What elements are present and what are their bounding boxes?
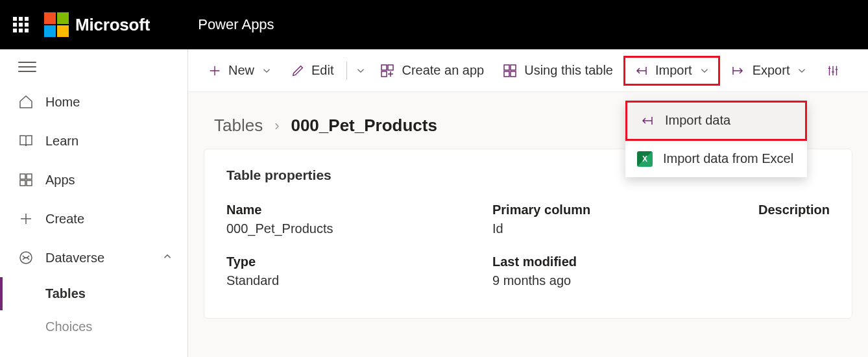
nav-label: Home <box>45 95 80 110</box>
import-excel-item[interactable]: X Import data from Excel <box>625 141 807 177</box>
prop-name-value: 000_Pet_Products <box>226 221 492 236</box>
nav-sub-label: Choices <box>45 319 92 334</box>
edit-split-button[interactable] <box>352 60 369 82</box>
prop-primary-column-label: Primary column <box>492 203 758 217</box>
nav-learn[interactable]: Learn <box>0 121 187 160</box>
command-bar: New Edit Create an app Using this table <box>188 49 868 92</box>
chevron-down-icon <box>796 65 808 77</box>
nav-home[interactable]: Home <box>0 82 187 121</box>
svg-rect-1 <box>27 174 32 179</box>
chevron-down-icon <box>261 65 272 77</box>
svg-rect-0 <box>20 174 25 179</box>
microsoft-logo[interactable]: Microsoft <box>44 12 150 37</box>
dataverse-icon <box>18 250 34 265</box>
menu-item-label: Import data <box>665 113 730 128</box>
breadcrumb-current: 000_Pet_Products <box>291 116 437 136</box>
import-data-item[interactable]: Import data <box>625 101 807 141</box>
nav-label: Apps <box>45 173 75 188</box>
prop-description-label: Description <box>758 203 830 217</box>
cmd-label: New <box>228 63 254 78</box>
nav-sub-label: Tables <box>45 286 86 301</box>
breadcrumb-root[interactable]: Tables <box>214 116 263 136</box>
chevron-up-icon <box>162 251 173 265</box>
book-icon <box>18 133 34 149</box>
nav-apps[interactable]: Apps <box>0 160 187 199</box>
import-menu: Import data X Import data from Excel <box>625 101 807 177</box>
nav-label: Dataverse <box>45 251 104 265</box>
nav-choices[interactable]: Choices <box>0 310 187 343</box>
svg-rect-7 <box>381 71 387 77</box>
export-button[interactable]: Export <box>723 58 816 84</box>
settings-button[interactable] <box>818 58 840 83</box>
svg-rect-11 <box>511 71 516 77</box>
nav-tables[interactable]: Tables <box>0 277 187 310</box>
using-this-table-button[interactable]: Using this table <box>494 58 621 84</box>
create-app-button[interactable]: Create an app <box>372 58 492 84</box>
svg-rect-8 <box>504 65 509 70</box>
separator <box>346 62 347 80</box>
prop-type-label: Type <box>226 254 492 269</box>
cmd-label: Using this table <box>524 63 613 78</box>
chevron-right-icon: › <box>274 117 279 134</box>
svg-rect-2 <box>20 180 25 186</box>
grid-icon <box>18 172 34 188</box>
menu-toggle-icon[interactable] <box>18 62 36 72</box>
nav-label: Learn <box>45 134 78 149</box>
nav-dataverse[interactable]: Dataverse <box>0 238 187 277</box>
left-nav: Home Learn Apps Create Dataverse <box>0 49 188 357</box>
prop-primary-column-value: Id <box>492 221 758 236</box>
chevron-down-icon <box>699 65 710 77</box>
home-icon <box>18 94 34 110</box>
microsoft-logo-icon <box>44 12 69 37</box>
nav-label: Create <box>45 212 84 227</box>
menu-item-label: Import data from Excel <box>663 151 793 166</box>
new-button[interactable]: New <box>200 58 280 83</box>
prop-type-value: Standard <box>226 273 492 288</box>
import-button[interactable]: Import Import data X Import data from Ex… <box>623 56 720 86</box>
svg-rect-6 <box>388 65 393 70</box>
prop-last-modified-value: 9 months ago <box>492 273 758 288</box>
chevron-down-icon <box>355 65 367 77</box>
app-launcher-icon[interactable] <box>13 17 29 32</box>
nav-create[interactable]: Create <box>0 199 187 238</box>
svg-rect-9 <box>511 65 516 70</box>
excel-icon: X <box>637 151 653 167</box>
app-name[interactable]: Power Apps <box>198 16 274 33</box>
main-content: New Edit Create an app Using this table <box>188 49 868 357</box>
svg-rect-10 <box>504 71 509 77</box>
svg-rect-3 <box>27 180 32 186</box>
prop-name-label: Name <box>226 203 492 217</box>
prop-last-modified-label: Last modified <box>492 254 758 269</box>
cmd-label: Create an app <box>402 63 484 78</box>
edit-button[interactable]: Edit <box>283 58 341 83</box>
app-header: Microsoft Power Apps <box>0 0 868 49</box>
svg-rect-5 <box>381 65 387 70</box>
microsoft-wordmark: Microsoft <box>75 15 150 35</box>
cmd-label: Import <box>655 63 692 78</box>
cmd-label: Edit <box>311 63 333 78</box>
plus-icon <box>18 211 34 227</box>
cmd-label: Export <box>753 63 790 78</box>
